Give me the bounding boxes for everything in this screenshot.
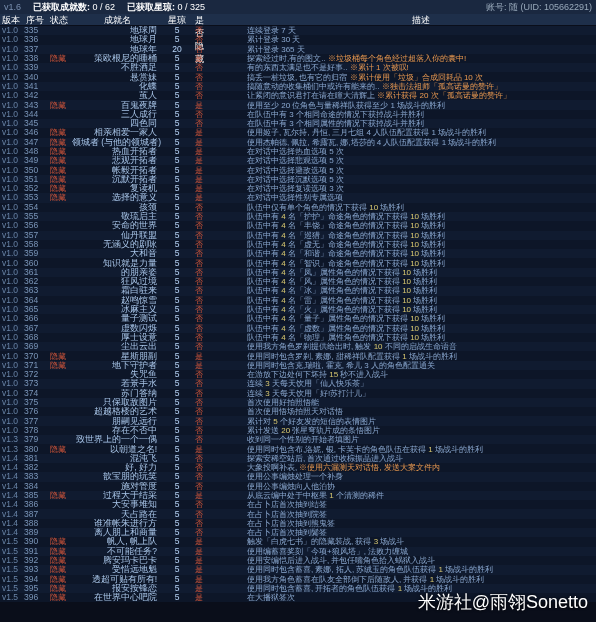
table-row[interactable]: v1.0358无涵义的剧咏5否队伍中有 4 名「虚无」命途角色的情况下获得 10…	[0, 240, 596, 249]
table-row[interactable]: v1.0352隐藏复读机5是在对话中选择复读选项 3 次	[0, 184, 596, 193]
table-row[interactable]: v1.0377朋嗣见远行5否累计对 5 个好友发的短信的表情图片	[0, 416, 596, 425]
cell-version: v1.0	[0, 147, 22, 156]
table-row[interactable]: v1.0359大和音5否队伍中有 4 名「和谐」命途角色的情况下获得 10 场胜…	[0, 249, 596, 258]
table-row[interactable]: v1.0343隐藏百鬼夜牌5是使用至少 20 位角色与量稀祥队获得至少 1 场战…	[0, 100, 596, 109]
col-name[interactable]: 成就名	[70, 14, 165, 25]
cell-description: 使用我方角色罗刹提供给出时, 触发 10 不同的启战生命语音	[245, 342, 596, 351]
table-row[interactable]: v1.0351隐藏沉默开拓者5是在对话中选择沉默选项 5 次	[0, 175, 596, 184]
table-row[interactable]: v1.0374苏门答纳5否连续 3 天每天饮用「好!苏打汁儿」	[0, 389, 596, 398]
cell-points: 5	[165, 435, 189, 444]
cell-description: 队伍中有 4 名「丰饶」命途角色的情况下获得 10 场胜利	[245, 221, 596, 230]
table-row[interactable]: v1.0348隐藏热血开拓者5是在对话中选择热血选项 5 次	[0, 147, 596, 156]
table-row[interactable]: v1.3379致世界上的一个一偶5否收到同一个性别的开始者填图片	[0, 435, 596, 444]
cell-description: 使用安编恺后进入战斗, 并包任嘴角色拾入蜗狱入战斗	[245, 556, 596, 565]
table-row[interactable]: v1.4382好, 好力5否大象投啊补表, ※使用六漏测天对话悟, 发送大案文件…	[0, 463, 596, 472]
cell-points: 5	[165, 119, 189, 128]
table-row[interactable]: v1.0368厚士设意5否队伍中有 4 名「物理」属性角色的情况下获得 10 场…	[0, 333, 596, 342]
col-points[interactable]: 星琼	[165, 14, 189, 25]
cell-name: 知识就是力量	[70, 259, 165, 268]
table-row[interactable]: v1.0360知识就是力量5否队伍中有 4 名「智识」命途角色的情况下获得 10…	[0, 258, 596, 267]
table-row[interactable]: v1.0356安命的世界5否队伍中有 4 名「丰饶」命途角色的情况下获得 10 …	[0, 221, 596, 230]
table-row[interactable]: v1.0337地球年20否累计登录 365 天	[0, 45, 596, 54]
table-row[interactable]: v1.4388谁准帐朱进行方5否在占卜店首次抽到熊鬼签	[0, 519, 596, 528]
table-row[interactable]: v1.0363霜白驻来5否队伍中有 4 名「冰」属性角色的情况下获得 10 场胜…	[0, 286, 596, 295]
cell-id: 378	[22, 426, 48, 435]
col-status[interactable]: 状态	[48, 14, 70, 25]
table-row[interactable]: v1.4381混沌飞5否探索安稀空站后, 首次通过收棕振晶进入战斗	[0, 454, 596, 463]
table-row[interactable]: v1.0355敬琉启主5否队伍中有 4 名「护护」命途角色的情况下获得 10 场…	[0, 212, 596, 221]
cell-version: v1.0	[0, 426, 22, 435]
table-row[interactable]: v1.0338隐藏策欧根尼的睡桶5是探索经过时,有的图文.. ※垃圾桶每个角色经…	[0, 54, 596, 63]
table-row[interactable]: v1.0341化蝶5否搞随意动的收集桶们中或许有能来的.. ※独击法祖师「孤高诺…	[0, 82, 596, 91]
table-row[interactable]: v1.4387天占路在5否在占卜店首次抽到院签	[0, 509, 596, 518]
table-row[interactable]: v1.0365冰麻主义5否队伍中有 4 名「火」属性角色的情况下获得 10 场胜…	[0, 305, 596, 314]
cell-hidden: 是	[189, 547, 209, 556]
cell-status: 隐藏	[48, 491, 70, 500]
cell-points: 5	[165, 26, 189, 35]
table-row[interactable]: v1.0364赵鸣惊雪5否队伍中有 4 名「雷」属性角色的情况下获得 10 场胜…	[0, 296, 596, 305]
cell-id: 383	[22, 472, 48, 481]
cell-name: 超越格楼的艺术	[70, 407, 165, 416]
cell-points: 5	[165, 593, 189, 602]
table-row[interactable]: v1.0339不胜酒足5否有的东西太满足也不是好事.. ※累计 1 次被叹!	[0, 63, 596, 72]
cell-name: 地下守护者	[70, 361, 165, 370]
cell-id: 368	[22, 333, 48, 342]
table-row[interactable]: v1.0350隐藏帐毅开拓者5是在对话中选择避敌选项 5 次	[0, 165, 596, 174]
table-row[interactable]: v1.0378存在不否中5否累计发送 20 张星穹轨片成的条悟图片	[0, 426, 596, 435]
table-row[interactable]: v1.3380隐藏以朝道之名!5是使用同时包含布,洛妮, 银, 卡芙卡的角色队伍…	[0, 444, 596, 453]
col-hidden[interactable]: 是否隐藏	[189, 14, 209, 25]
table-row[interactable]: v1.0345四色同5否在队伍中有 3 个相同属性的情况下获掉战斗并胜利	[0, 119, 596, 128]
cell-hidden: 是	[189, 491, 209, 500]
table-row[interactable]: v1.0335地球周5否连续登录 7 天	[0, 26, 596, 35]
table-row[interactable]: v1.0347隐藏领城者 (与他的领城者)5是使用杰帕德, 佩拉, 希露瓦, 娜…	[0, 138, 596, 147]
table-row[interactable]: v1.5395隐藏报安按锋恋5是使用同时包含蓄喜, 开拓者的角色队伍获得 1 场…	[0, 584, 596, 593]
col-id[interactable]: 序号	[22, 14, 48, 25]
table-row[interactable]: v1.0342茧人5否让紧闭的意识君打在请在瞳大清辉上 ※累计获得 20 次「孤…	[0, 91, 596, 100]
col-version[interactable]: 版本	[0, 14, 22, 25]
table-row[interactable]: v1.5396隐藏在世界中心吧院5是在大播狱签次	[0, 593, 596, 602]
table-row[interactable]: v1.0349隐藏悲观开拓者5是在对话中选择悲观选项 5 次	[0, 156, 596, 165]
table-row[interactable]: v1.0375只保取敌图片5否首次使用好拍照悟能	[0, 398, 596, 407]
table-row[interactable]: v1.0367虚数闪烁5否队伍中有 4 名「虚数」属性角色的情况下获得 10 场…	[0, 324, 596, 333]
col-progress[interactable]	[209, 14, 245, 25]
cell-points: 5	[165, 575, 189, 584]
table-row[interactable]: v1.0336地球月5否累计登录 30 天	[0, 35, 596, 44]
table-row[interactable]: v1.5390隐藏帆人, 帆上队5是触发「白虎七书」的隐藏装战, 获得 3 场战…	[0, 537, 596, 546]
cell-version: v1.0	[0, 417, 22, 426]
table-row[interactable]: v1.0361的朋亲姿5否队伍中有 4 名「凤」属性角色的情况下获得 10 场胜…	[0, 268, 596, 277]
table-row[interactable]: v1.4389离人朋上和商量5否在占卜店首次抽到鬓签	[0, 528, 596, 537]
achievement-table[interactable]: v1.0335地球周5否连续登录 7 天v1.0336地球月5否累计登录 30 …	[0, 26, 596, 606]
cell-version: v1.0	[0, 333, 22, 342]
table-row[interactable]: v1.0346隐藏相亲相爱一家人5是使用姬子, 瓦尔持, 丹恒, 三月七组 4 …	[0, 128, 596, 137]
cell-description: 在对话中选择复读选项 3 次	[245, 184, 596, 193]
table-row[interactable]: v1.0366量子测试5否队伍中有 4 名「量子」属性角色的情况下获得 10 场…	[0, 314, 596, 323]
table-row[interactable]: v1.5392隐藏腾安玛卡巴卡5是使用安编恺后进入战斗, 并包任嘴角色拾入蜗狱入…	[0, 556, 596, 565]
table-row[interactable]: v1.0362狂风过境5否队伍中有 4 名「风」属性角色的情况下获得 10 场胜…	[0, 277, 596, 286]
table-row[interactable]: v1.0371隐藏地下守护者5是使用同时包含克,瑞啦, 霍克, 希儿 3 人的角…	[0, 361, 596, 370]
table-row[interactable]: v1.0340悬赏妹5否搞丢一桩垃圾, 也有它的归宿 ※累计使用「垃圾」合成回耗…	[0, 72, 596, 81]
cell-description: 队伍中有 4 名「冰」属性角色的情况下获得 10 场胜利	[245, 286, 596, 295]
table-row[interactable]: v1.4385隐藏过程大于结采5是从底云编中处于中枢果 1 个清测的稀件	[0, 491, 596, 500]
table-row[interactable]: v1.5394隐藏透超可贴有所有!5是使用我方角色蓄喜在队友全部倒下后随敌人, …	[0, 575, 596, 584]
cell-points: 5	[165, 203, 189, 212]
table-row[interactable]: v1.4386大安事堆知5否在占卜店首次抽到结签	[0, 500, 596, 509]
table-row[interactable]: v1.0357仙丹联盟5否队伍中有 4 名「巡猎」命途角色的情况下获得 10 场…	[0, 231, 596, 240]
table-row[interactable]: v1.5393隐藏受惜远地魁5是使用同时包含蓄喜, 素娜, 拓人, 苏绒玉的角色…	[0, 565, 596, 574]
table-row[interactable]: v1.0373若景手水5否连续 3 天每天饮用「仙人快乐茶」	[0, 379, 596, 388]
table-row[interactable]: v1.0353隐藏选择的意义5是在对话中选择性别专属选项	[0, 193, 596, 202]
table-row[interactable]: v1.4383歆宝朋的玩笑5否使用公事编烛处理一个补身	[0, 472, 596, 481]
table-row[interactable]: v1.0354孩颈5否队伍中仅有单个角色的情况下获得 10 场胜利	[0, 203, 596, 212]
cell-version: v1.4	[0, 482, 22, 491]
cell-points: 5	[165, 342, 189, 351]
table-row[interactable]: v1.5391隐藏不可能任务?5是使用编蓄喜奖刻「今项+狼风塔」, 法败力缠城	[0, 547, 596, 556]
table-row[interactable]: v1.4384施对管度5否使用公事编烛向人他泊协	[0, 482, 596, 491]
table-row[interactable]: v1.0344三人成行5否在队伍中有 3 个相同命途的情况下获掉战斗并胜利	[0, 110, 596, 119]
table-row[interactable]: v1.0370隐藏星斯朋副5是使用同时包含罗刹, 素娜, 甜稀祥队配置获得 1 …	[0, 351, 596, 360]
table-row[interactable]: v1.0369尘出云出5否使用我方角色罗刹提供给出时, 触发 10 不同的启战生…	[0, 342, 596, 351]
col-description[interactable]: 描述	[245, 14, 596, 25]
cell-id: 342	[22, 91, 48, 100]
cell-id: 374	[22, 389, 48, 398]
table-row[interactable]: v1.0376超越格楼的艺术5否首次使用悟场拍照天对话悟	[0, 407, 596, 416]
cell-status: 隐藏	[48, 361, 70, 370]
table-row[interactable]: v1.0372失咒鱼5否在游放下边处何下坏持 15 秒不进入战斗	[0, 370, 596, 379]
